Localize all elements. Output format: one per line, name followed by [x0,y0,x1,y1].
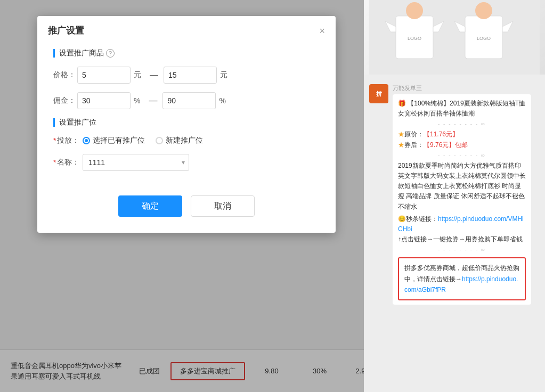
price-dash: — [150,70,158,80]
price-original: ★原价：【11.76元】 [398,129,526,140]
price-unit-1: 元 [134,70,141,80]
price-coupon: ★券后：【9.76元】包邮 [398,140,526,150]
required-star-2: * [53,158,56,167]
seckill-row: 😊秒杀链接：https://p.pinduoduo.com/VMHiCHbi [398,214,526,234]
section2-label: 设置推广位 [53,118,320,127]
radio-new[interactable]: 新建推广位 [156,136,203,145]
avatar: 拼 [369,84,388,103]
price-label: 价格： [53,70,77,80]
radio-new-circle [156,137,163,144]
commission-dash: — [149,96,157,105]
modal-close-button[interactable]: × [319,26,325,36]
divider1: - - - - - - - - ∞ [398,120,526,128]
product-img-placeholder: LOGO LOGO [364,0,545,75]
price-original-value: 【11.76元】 [424,130,459,138]
radio-new-label: 新建推广位 [166,136,203,145]
divider2: - - - - - - - - ∞ [398,151,526,160]
product-image: LOGO LOGO [364,0,545,75]
placement-radio-group: 选择已有推广位 新建推广位 [83,136,203,145]
svg-text:LOGO: LOGO [408,36,421,41]
cancel-button[interactable]: 取消 [191,195,255,217]
product-image-svg: LOGO LOGO [369,0,540,75]
message-content-wrap: 万能发单王 🎁 【100%纯棉】2019夏装新款韩版短袖T恤女宽松休闲百搭半袖体… [393,84,531,305]
placement-label: 投放： [57,136,79,145]
commission-label: 佣金： [53,96,77,105]
seckill-action: ↑点击链接→一键抢券→用券抢购下单即省钱 [398,234,526,244]
commission-unit-2: % [219,96,225,105]
placement-row: * 投放： 选择已有推广位 新建推广位 [53,136,320,145]
commission-unit-1: % [134,96,140,105]
price-coupon-value: 【9.76元】包邮 [424,141,468,149]
commission-min-input[interactable] [77,92,131,109]
name-label: 名称： [57,158,79,167]
confirm-button[interactable]: 确定 [118,195,182,217]
product-description: 2019新款夏季时尚简约大方优雅气质百搭印英文字韩版大码女装上衣纯棉莫代尔圆领中… [398,161,526,212]
price-row: 价格： 元 — 元 [53,67,320,84]
gift-icon: 🎁 【100%纯棉】2019夏装新款韩版短袖T恤女宽松休闲百搭半袖体恤潮 [398,99,526,119]
product-title: 【100%纯棉】2019夏装新款韩版短袖T恤女宽松休闲百搭半袖体恤潮 [398,100,525,117]
placement-label-wrap: * 投放： [53,136,83,145]
promo-box: 拼多多优惠券商城，超低价商品火热抢购中，详情点击链接→https://p.pin… [398,257,526,300]
promotion-settings-modal: 推广设置 × 设置推广商品 ? 价格： 元 — 元 佣金： % [37,16,336,233]
message-sender: 拼 万能发单王 🎁 【100%纯棉】2019夏装新款韩版短袖T恤女宽松休闲百搭半… [369,84,540,305]
modal-title: 推广设置 [48,24,84,37]
price-max-input[interactable] [164,67,217,84]
commission-row: 佣金： % — % [53,92,320,109]
radio-existing-label: 选择已有推广位 [93,136,145,145]
svg-point-4 [475,2,492,19]
sender-name: 万能发单王 [393,84,531,92]
seckill-label: 😊秒杀链接： [398,215,438,223]
name-row: * 名称： 1111 ▾ [53,154,320,171]
divider3: - - - - - - - - ∞ [398,246,526,254]
wechat-panel: LOGO LOGO 拼 万能发单王 🎁 【100%纯棉】2019夏装新款韩版短袖… [364,0,545,392]
radio-existing-circle [83,137,90,144]
message-bubble: 🎁 【100%纯棉】2019夏装新款韩版短袖T恤女宽松休闲百搭半袖体恤潮 - -… [393,94,531,305]
modal-footer: 确定 取消 [37,190,336,233]
name-select[interactable]: 1111 [83,154,189,171]
help-icon[interactable]: ? [106,49,115,58]
svg-text:LOGO: LOGO [477,36,491,41]
name-select-wrap: 1111 ▾ [83,154,189,171]
price-coupon-label: 券后： [404,141,424,149]
price-min-input[interactable] [77,67,131,84]
price-unit-2: 元 [220,70,227,80]
modal-header: 推广设置 × [37,16,336,43]
radio-existing[interactable]: 选择已有推广位 [83,136,145,145]
svg-point-2 [406,2,423,19]
commission-max-input[interactable] [162,92,216,109]
required-star-1: * [53,136,56,145]
wechat-chat: 拼 万能发单王 🎁 【100%纯棉】2019夏装新款韩版短袖T恤女宽松休闲百搭半… [364,79,545,392]
price-original-label: 原价： [404,130,424,138]
name-label-wrap: * 名称： [53,158,83,167]
section1-label: 设置推广商品 ? [53,48,320,58]
modal-body: 设置推广商品 ? 价格： 元 — 元 佣金： % — % [37,43,336,190]
svg-rect-0 [369,0,540,75]
